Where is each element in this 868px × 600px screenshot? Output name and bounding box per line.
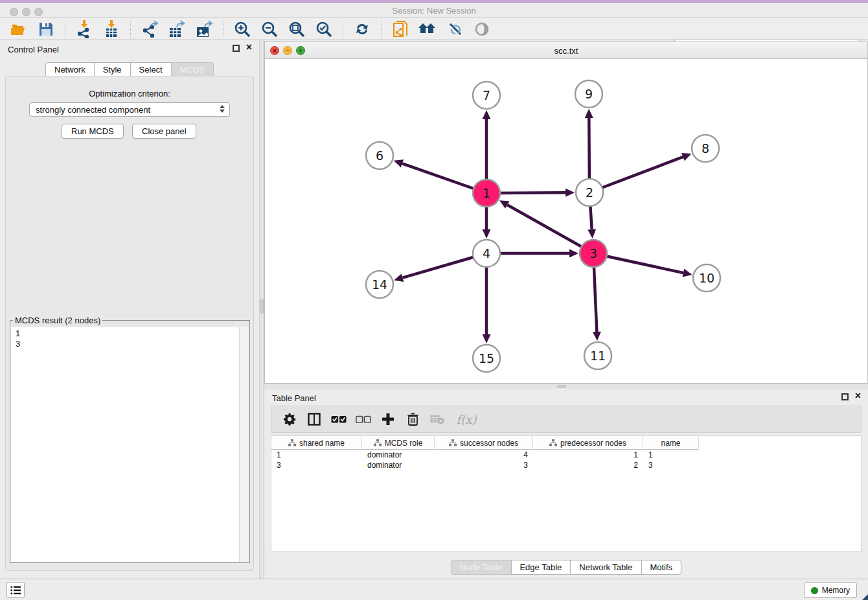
export-image-icon[interactable] bbox=[194, 19, 214, 39]
control-panel-tabstrip: Network Style Select MCDS bbox=[45, 62, 214, 77]
table-settings-gear-icon[interactable] bbox=[282, 411, 297, 427]
cell-predecessor-nodes: 1 bbox=[533, 450, 643, 460]
graph-node-11[interactable]: 11 bbox=[584, 342, 611, 369]
graph-node-8[interactable]: 8 bbox=[692, 135, 719, 162]
delete-column-trash-icon[interactable] bbox=[405, 411, 420, 427]
close-icon[interactable]: × bbox=[246, 41, 252, 53]
graph-node-14[interactable]: 14 bbox=[366, 271, 393, 298]
cell-successor-nodes: 3 bbox=[435, 460, 533, 470]
arrowhead-icon bbox=[483, 229, 491, 238]
cell-name: 1 bbox=[643, 450, 699, 460]
graph-edge-4-14[interactable] bbox=[394, 253, 486, 282]
run-mcds-button[interactable]: Run MCDS bbox=[62, 124, 124, 139]
task-history-button[interactable] bbox=[6, 582, 25, 598]
tab-motifs[interactable]: Motifs bbox=[641, 560, 681, 575]
mcds-result-box: MCDS result (2 nodes) 1 3 bbox=[10, 316, 250, 563]
tab-node-table[interactable]: Node Table bbox=[451, 560, 512, 575]
arrowhead-icon bbox=[394, 273, 404, 281]
table-row[interactable]: 3 dominator 3 2 3 bbox=[271, 460, 861, 470]
status-bar: Memory bbox=[0, 579, 868, 600]
save-session-icon[interactable] bbox=[36, 19, 56, 39]
criterion-dropdown[interactable]: strongly connected component bbox=[29, 102, 230, 117]
tab-network-table[interactable]: Network Table bbox=[570, 560, 641, 575]
graph-edge-3-10[interactable] bbox=[593, 253, 692, 277]
graph-node-15[interactable]: 15 bbox=[473, 345, 500, 372]
zoom-in-icon[interactable] bbox=[233, 19, 252, 39]
cell-successor-nodes: 4 bbox=[435, 450, 533, 460]
node-label: 15 bbox=[479, 351, 494, 365]
graph-node-4[interactable]: 4 bbox=[473, 240, 500, 267]
node-label: 1 bbox=[483, 186, 490, 200]
close-icon[interactable]: × bbox=[855, 390, 861, 402]
create-column-plus-icon[interactable] bbox=[380, 411, 396, 427]
export-table-icon[interactable] bbox=[167, 19, 187, 39]
graph-edge-3-1[interactable] bbox=[499, 200, 593, 253]
clone-network-icon[interactable] bbox=[391, 19, 410, 39]
graph-node-3[interactable]: 3 bbox=[580, 240, 607, 267]
list-icon bbox=[10, 586, 21, 595]
unselect-all-columns-icon[interactable] bbox=[356, 411, 371, 427]
criterion-dropdown-value: strongly connected component bbox=[36, 105, 150, 115]
float-window-icon[interactable] bbox=[233, 45, 240, 52]
tab-style[interactable]: Style bbox=[94, 62, 131, 77]
tab-network[interactable]: Network bbox=[45, 62, 95, 77]
graph-node-10[interactable]: 10 bbox=[693, 264, 720, 292]
table-panel-title: Table Panel bbox=[272, 393, 316, 403]
tab-mcds[interactable]: MCDS bbox=[171, 62, 214, 77]
table-row[interactable]: 1 dominator 4 1 1 bbox=[271, 450, 861, 460]
network-window-titlebar[interactable]: × − + scc.txt bbox=[265, 42, 867, 59]
graph-edge-1-6[interactable] bbox=[394, 159, 486, 193]
network-canvas[interactable]: 1234678910111415 bbox=[265, 59, 867, 380]
graph-node-7[interactable]: 7 bbox=[473, 82, 500, 109]
column-header-predecessor-nodes[interactable]: predecessor nodes bbox=[533, 436, 643, 450]
tab-select[interactable]: Select bbox=[130, 62, 172, 77]
tree-flat-icon bbox=[449, 439, 457, 446]
node-label: 11 bbox=[590, 349, 606, 363]
memory-button[interactable]: Memory bbox=[804, 583, 857, 598]
cell-mcds-role: dominator bbox=[362, 460, 435, 470]
column-header-mcds-role[interactable]: MCDS role bbox=[362, 436, 435, 450]
zoom-selected-icon[interactable] bbox=[314, 19, 334, 39]
arrowhead-icon bbox=[483, 334, 491, 343]
graph-node-6[interactable]: 6 bbox=[366, 142, 393, 169]
hide-glasses-icon[interactable] bbox=[445, 19, 464, 39]
refresh-layout-icon[interactable] bbox=[352, 19, 372, 39]
splitter-grip[interactable] bbox=[557, 385, 566, 388]
arrowhead-icon bbox=[588, 229, 596, 238]
vertical-splitter[interactable] bbox=[259, 40, 264, 579]
cell-mcds-role: dominator bbox=[362, 450, 435, 460]
close-panel-button[interactable]: Close panel bbox=[132, 124, 196, 139]
column-header-successor-nodes[interactable]: successor nodes bbox=[435, 436, 533, 450]
export-network-icon[interactable] bbox=[140, 19, 159, 39]
resize-grip[interactable] bbox=[862, 594, 868, 600]
node-label: 8 bbox=[702, 141, 709, 156]
column-header-shared-name[interactable]: shared name bbox=[271, 436, 362, 450]
import-network-icon[interactable] bbox=[74, 19, 94, 39]
import-table-icon[interactable] bbox=[102, 19, 121, 39]
memory-label: Memory bbox=[822, 586, 850, 595]
control-panel: Control Panel × Network Style Select MCD… bbox=[0, 40, 259, 579]
select-all-columns-icon[interactable] bbox=[331, 411, 347, 427]
graph-edge-2-8[interactable] bbox=[589, 153, 691, 192]
node-table: shared name MCDS role successor nodes pr… bbox=[271, 435, 862, 552]
zoom-out-icon[interactable] bbox=[260, 19, 279, 39]
show-eye-icon[interactable] bbox=[472, 19, 492, 39]
splitter-grip[interactable] bbox=[260, 299, 264, 314]
tab-edge-table[interactable]: Edge Table bbox=[510, 560, 571, 575]
table-body: 1 dominator 4 1 1 3 dominator 3 2 3 bbox=[271, 450, 861, 470]
open-session-icon[interactable] bbox=[9, 19, 29, 39]
result-scrollbar[interactable] bbox=[240, 327, 249, 562]
home-reset-view-icon[interactable] bbox=[418, 19, 437, 39]
graph-node-9[interactable]: 9 bbox=[575, 80, 602, 108]
show-columns-icon[interactable] bbox=[306, 411, 322, 427]
float-window-icon[interactable] bbox=[841, 393, 849, 400]
arrowhead-icon bbox=[394, 159, 404, 167]
graph-node-2[interactable]: 2 bbox=[576, 179, 603, 206]
zoom-fit-icon[interactable] bbox=[287, 19, 306, 39]
cell-predecessor-nodes: 2 bbox=[533, 460, 643, 470]
column-header-name[interactable]: name bbox=[643, 436, 699, 450]
horizontal-splitter[interactable] bbox=[264, 384, 868, 389]
graph-node-1[interactable]: 1 bbox=[473, 179, 500, 207]
node-label: 2 bbox=[586, 185, 593, 200]
mcds-result-list[interactable]: 1 3 bbox=[11, 327, 240, 562]
